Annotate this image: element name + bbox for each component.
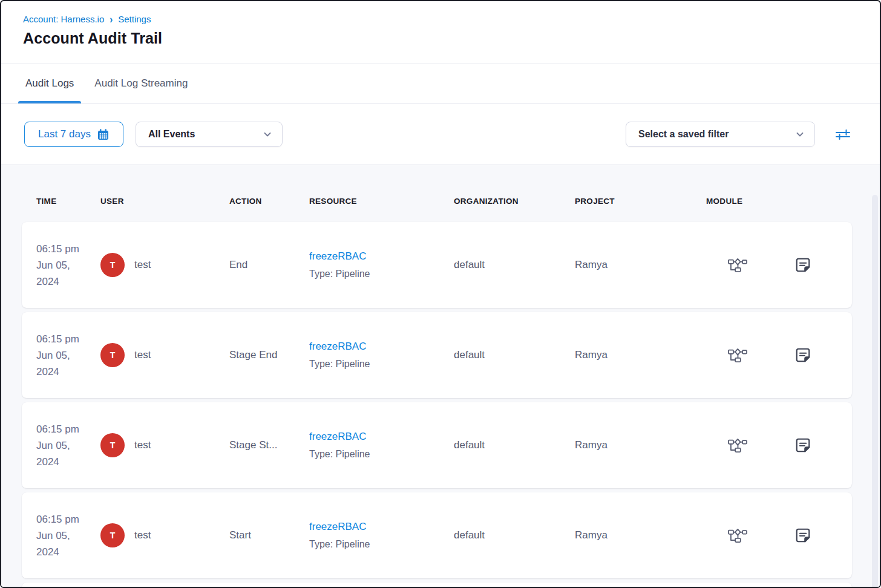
column-header-time: TIME bbox=[36, 197, 100, 206]
tab-audit-logs[interactable]: Audit Logs bbox=[18, 64, 81, 103]
audit-time: 06:15 pm Jun 05, 2024 bbox=[36, 331, 100, 380]
user-avatar: T bbox=[100, 253, 125, 277]
audit-user: T test bbox=[100, 343, 229, 367]
audit-action: Stage End bbox=[229, 349, 309, 361]
saved-filter-select[interactable]: Select a saved filter bbox=[626, 122, 815, 147]
vertical-scrollbar[interactable] bbox=[872, 195, 878, 587]
audit-project: Ramya bbox=[575, 529, 706, 541]
filter-sliders-button[interactable] bbox=[833, 125, 853, 144]
table-row: 06:15 pm Jun 05, 2024 T test Start freez… bbox=[22, 492, 852, 578]
audit-module bbox=[706, 528, 768, 544]
pipeline-module-icon bbox=[727, 437, 748, 454]
audit-project: Ramya bbox=[575, 349, 706, 361]
note-icon bbox=[794, 256, 812, 274]
column-header-resource: RESOURCE bbox=[309, 197, 454, 206]
audit-user: T test bbox=[100, 253, 229, 277]
filter-bar: Last 7 days All Events bbox=[1, 104, 880, 165]
table-row: 06:15 pm Jun 05, 2024 T test End freezeR… bbox=[22, 222, 852, 308]
user-name: test bbox=[134, 529, 151, 541]
user-avatar: T bbox=[100, 343, 125, 367]
event-type-select[interactable]: All Events bbox=[136, 122, 283, 147]
audit-resource: freezeRBAC Type: Pipeline bbox=[309, 341, 454, 370]
column-header-module: MODULE bbox=[706, 197, 768, 206]
pipeline-module-icon bbox=[727, 257, 748, 273]
date-range-button[interactable]: Last 7 days bbox=[24, 122, 123, 147]
audit-user: T test bbox=[100, 433, 229, 457]
user-name: test bbox=[134, 349, 151, 361]
user-avatar: T bbox=[100, 433, 125, 457]
date-range-label: Last 7 days bbox=[38, 128, 91, 140]
audit-time: 06:15 pm Jun 05, 2024 bbox=[36, 421, 100, 470]
event-summary-button[interactable] bbox=[793, 345, 813, 365]
table-header-row: TIME USER ACTION RESOURCE ORGANIZATION P… bbox=[22, 197, 852, 206]
tab-audit-log-streaming[interactable]: Audit Log Streaming bbox=[87, 64, 195, 103]
calendar-icon bbox=[97, 128, 110, 141]
sliders-icon bbox=[835, 127, 851, 142]
breadcrumb-account-link[interactable]: Account: Harness.io bbox=[23, 14, 104, 24]
audit-organization: default bbox=[454, 529, 575, 541]
resource-link[interactable]: freezeRBAC bbox=[309, 521, 366, 533]
audit-resource: freezeRBAC Type: Pipeline bbox=[309, 250, 454, 279]
table-row: 06:15 pm Jun 05, 2024 T test Stage St...… bbox=[22, 402, 852, 488]
breadcrumb-settings-link[interactable]: Settings bbox=[118, 14, 151, 24]
pipeline-module-icon bbox=[727, 528, 748, 544]
event-summary-button[interactable] bbox=[793, 525, 813, 546]
audit-resource: freezeRBAC Type: Pipeline bbox=[309, 431, 454, 460]
resource-link[interactable]: freezeRBAC bbox=[309, 341, 366, 353]
audit-action: End bbox=[229, 259, 309, 271]
audit-project: Ramya bbox=[575, 259, 706, 271]
user-avatar: T bbox=[100, 523, 125, 547]
table-row bbox=[22, 583, 852, 587]
audit-log-table: TIME USER ACTION RESOURCE ORGANIZATION P… bbox=[1, 165, 880, 587]
tabs-bar: Audit Logs Audit Log Streaming bbox=[1, 64, 880, 104]
event-summary-button[interactable] bbox=[793, 255, 813, 275]
saved-filter-placeholder: Select a saved filter bbox=[638, 129, 729, 140]
audit-module bbox=[706, 257, 768, 273]
user-name: test bbox=[134, 259, 151, 271]
audit-module bbox=[706, 347, 768, 364]
page-header: Account: Harness.io › Settings Account A… bbox=[1, 1, 880, 64]
pipeline-module-icon bbox=[727, 347, 748, 364]
audit-resource: freezeRBAC Type: Pipeline bbox=[309, 521, 454, 550]
chevron-down-icon bbox=[263, 129, 272, 139]
audit-module bbox=[706, 437, 768, 454]
audit-user: T test bbox=[100, 523, 229, 547]
audit-time: 06:15 pm Jun 05, 2024 bbox=[36, 241, 100, 290]
audit-organization: default bbox=[454, 259, 575, 271]
breadcrumb: Account: Harness.io › Settings bbox=[23, 14, 858, 24]
event-summary-button[interactable] bbox=[793, 435, 813, 456]
column-header-project: PROJECT bbox=[575, 197, 706, 206]
user-name: test bbox=[134, 439, 151, 451]
resource-link[interactable]: freezeRBAC bbox=[309, 431, 366, 443]
chevron-down-icon bbox=[795, 129, 805, 139]
audit-action: Start bbox=[229, 529, 309, 541]
audit-organization: default bbox=[454, 439, 575, 451]
audit-organization: default bbox=[454, 349, 575, 361]
resource-type: Type: Pipeline bbox=[309, 269, 454, 279]
column-header-user: USER bbox=[100, 197, 229, 206]
resource-type: Type: Pipeline bbox=[309, 449, 454, 460]
note-icon bbox=[794, 436, 812, 454]
audit-action: Stage St... bbox=[229, 439, 309, 451]
resource-type: Type: Pipeline bbox=[309, 359, 454, 370]
page-title: Account Audit Trail bbox=[23, 30, 858, 47]
table-row: 06:15 pm Jun 05, 2024 T test Stage End f… bbox=[22, 312, 852, 398]
audit-time: 06:15 pm Jun 05, 2024 bbox=[36, 511, 100, 560]
note-icon bbox=[794, 526, 812, 544]
resource-link[interactable]: freezeRBAC bbox=[309, 250, 366, 263]
column-header-action: ACTION bbox=[229, 197, 309, 206]
column-header-organization: ORGANIZATION bbox=[454, 197, 575, 206]
account-audit-trail-page: Account: Harness.io › Settings Account A… bbox=[0, 0, 881, 588]
resource-type: Type: Pipeline bbox=[309, 539, 454, 550]
note-icon bbox=[794, 346, 812, 364]
event-type-value: All Events bbox=[148, 129, 195, 140]
audit-project: Ramya bbox=[575, 439, 706, 451]
breadcrumb-separator-icon: › bbox=[110, 13, 113, 25]
